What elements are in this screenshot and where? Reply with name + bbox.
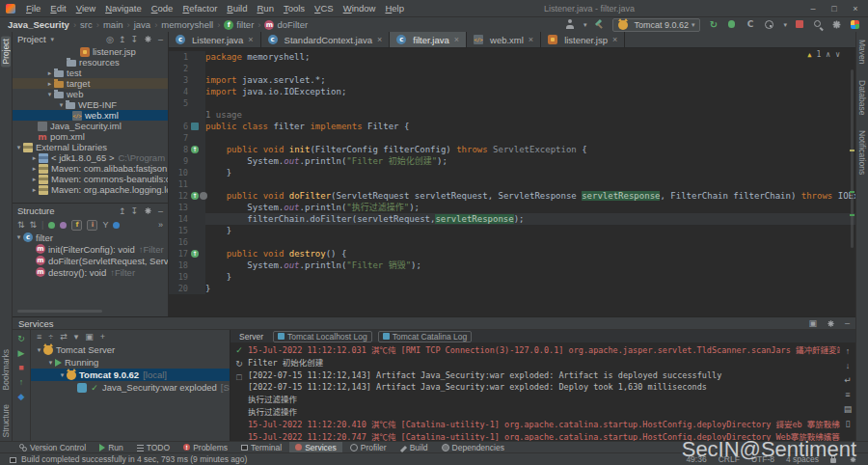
hide-panel-icon[interactable]: ‒ <box>845 318 850 328</box>
chevron-icon[interactable]: ▾ <box>14 233 23 241</box>
code-line-8[interactable]: 8 public void init(FilterConfig filterCo… <box>169 144 855 155</box>
line-number[interactable]: 15 <box>169 225 191 236</box>
code-line-19[interactable]: 19 } <box>169 271 855 283</box>
project-item-maven-commons-beanutils-comm[interactable]: ▸Maven: commons-beanutils:comm <box>13 174 168 184</box>
deploy-icon[interactable]: ↑ <box>19 377 24 387</box>
stripe-warning-mark[interactable] <box>850 150 854 151</box>
tool-strip-notifications[interactable]: Notifications <box>857 130 867 175</box>
service-item-tomcat-server[interactable]: ▾Tomcat Server <box>31 343 230 356</box>
build-hammer-icon[interactable] <box>594 19 605 30</box>
print-icon[interactable]: ▤ <box>844 404 853 414</box>
toolwindow-button-dependencies[interactable]: Dependencies <box>436 442 510 453</box>
collapse-icon[interactable]: ÷ <box>48 332 53 342</box>
search-icon[interactable] <box>813 19 824 30</box>
editor-tab-listener-java[interactable]: Listener.java× <box>169 32 261 47</box>
rerun-icon[interactable] <box>708 19 719 30</box>
hide-panel-icon[interactable]: ‒ <box>158 206 163 216</box>
chevron-icon[interactable]: ▸ <box>45 69 54 77</box>
line-number[interactable]: 9 <box>169 155 191 167</box>
chevron-icon[interactable]: ▸ <box>30 154 39 162</box>
menu-refactor[interactable]: Refactor <box>177 3 222 14</box>
project-item-pom-xml[interactable]: pom.xml <box>13 131 168 142</box>
code-line-10[interactable]: 10 } <box>169 167 855 178</box>
sort-alpha-icon[interactable]: ⇅ <box>17 220 25 230</box>
line-number[interactable]: 17 <box>169 248 191 260</box>
restart-icon[interactable]: ↻ <box>235 359 243 369</box>
toolwindow-button-run[interactable]: Run <box>94 442 129 453</box>
editor-scrollbar[interactable] <box>851 69 854 248</box>
menu-file[interactable]: File <box>21 3 45 14</box>
resume-icon[interactable]: ▶ <box>18 348 25 358</box>
project-item-target[interactable]: ▸target <box>13 78 168 89</box>
project-item-jdk1-8-0-65[interactable]: ▸< jdk1.8.0_65 >C:\Program Files <box>13 152 168 163</box>
menu-navigate[interactable]: Navigate <box>100 3 147 14</box>
menu-help[interactable]: Help <box>380 3 409 14</box>
show-output-icon[interactable]: □ <box>236 372 241 382</box>
user-dropdown-icon[interactable]: ▾ <box>583 21 587 29</box>
plugin-icon[interactable] <box>850 19 860 30</box>
project-item-web-xml[interactable]: web.xml <box>13 110 168 121</box>
tool-strip-maven[interactable]: Maven <box>857 40 867 65</box>
debug-icon[interactable] <box>726 19 737 30</box>
line-number[interactable] <box>169 109 191 121</box>
project-item-resources[interactable]: resources <box>13 57 168 68</box>
prev-issue-icon[interactable]: ∧ <box>826 50 830 59</box>
line-number[interactable]: 1 <box>169 51 191 63</box>
service-item-running[interactable]: ▾Running <box>31 356 230 369</box>
collapse-all-icon[interactable]: ↧ <box>130 206 138 216</box>
tab-close-icon[interactable]: × <box>454 35 459 44</box>
show-classes-icon[interactable] <box>48 222 55 229</box>
horizontal-scrollbar[interactable] <box>17 310 102 313</box>
toolwindow-button-todo[interactable]: TODO <box>131 442 176 453</box>
toolwindow-button-services[interactable]: Services <box>289 442 342 453</box>
code-line-15[interactable]: 15 } <box>169 225 855 236</box>
project-item-maven-org-apache-logging-log4[interactable]: ▸Maven: org.apache.logging.log4 <box>13 184 168 195</box>
maximize-button[interactable]: □ <box>829 4 839 14</box>
show-public-icon[interactable] <box>113 222 120 229</box>
line-number[interactable]: 7 <box>169 132 191 144</box>
structure-item-destroy-void[interactable]: destroy(): void↑Filter <box>13 266 168 278</box>
tool-strip-bookmarks[interactable]: Bookmarks <box>1 349 11 391</box>
line-number[interactable]: 12 <box>169 190 191 202</box>
menu-code[interactable]: Code <box>147 3 178 14</box>
line-number[interactable]: 4 <box>169 86 191 97</box>
clear-console-icon[interactable]: ▯ <box>846 419 851 428</box>
line-number[interactable]: 3 <box>169 74 191 86</box>
breadcrumb-dofilter[interactable]: doFilter <box>264 19 308 30</box>
code-line-11[interactable]: 11 <box>169 178 855 190</box>
code-line-16[interactable]: 16 <box>169 236 855 248</box>
breadcrumb-java-security[interactable]: Java_Security <box>8 19 69 30</box>
code-line-1[interactable]: 1package memoryshell; <box>169 51 855 63</box>
chevron-icon[interactable]: ▾ <box>14 144 23 151</box>
menu-build[interactable]: Build <box>222 3 252 14</box>
chevron-icon[interactable]: ▸ <box>30 186 39 194</box>
line-number[interactable]: 6 <box>169 121 191 132</box>
tool-strip-structure[interactable]: Structure <box>1 404 11 438</box>
stripe-ok-mark[interactable] <box>850 191 854 193</box>
chevron-icon[interactable]: ▾ <box>35 346 43 354</box>
chevron-icon[interactable]: ▾ <box>45 91 54 98</box>
toolwindow-button-profiler[interactable]: Profiler <box>344 442 393 453</box>
line-number[interactable]: 2 <box>169 63 191 74</box>
soft-wrap-icon[interactable]: ↵ <box>844 375 852 385</box>
editor-tab-filter-java[interactable]: filter.java× <box>390 32 467 47</box>
structure-item-init-filterconfig-void[interactable]: init(FilterConfig): void↑Filter <box>13 243 168 255</box>
run-dropdown-icon[interactable]: ▾ <box>783 21 787 29</box>
code-line-18[interactable]: 18 System.out.println("Filter 销毁"); <box>169 260 855 271</box>
menu-edit[interactable]: Edit <box>45 3 70 14</box>
show-lambdas-icon[interactable] <box>60 222 67 229</box>
code-line-13[interactable]: 13 System.out.println("执行过滤操作"); <box>169 202 855 213</box>
scroll-down-icon[interactable]: ↓ <box>846 361 851 370</box>
run-config-select[interactable]: Tomcat 9.0.62 ▾ <box>612 18 700 32</box>
line-number[interactable]: 20 <box>169 283 191 294</box>
sort-visibility-icon[interactable]: ⇅ <box>30 220 38 230</box>
line-number[interactable]: 18 <box>169 260 191 271</box>
stop-server-icon[interactable]: ■ <box>18 363 23 372</box>
code-line-2[interactable]: 2 <box>169 63 855 74</box>
menu-vcs[interactable]: VCS <box>310 3 339 14</box>
chevron-icon[interactable]: ▾ <box>57 101 66 109</box>
project-item-maven-com-alibaba-fastjson-1-2-2[interactable]: ▸Maven: com.alibaba:fastjson:1.2.2 <box>13 163 168 174</box>
user-icon[interactable] <box>565 19 576 30</box>
line-number[interactable]: 10 <box>169 167 191 178</box>
code-line-5[interactable]: 5 <box>169 97 855 109</box>
